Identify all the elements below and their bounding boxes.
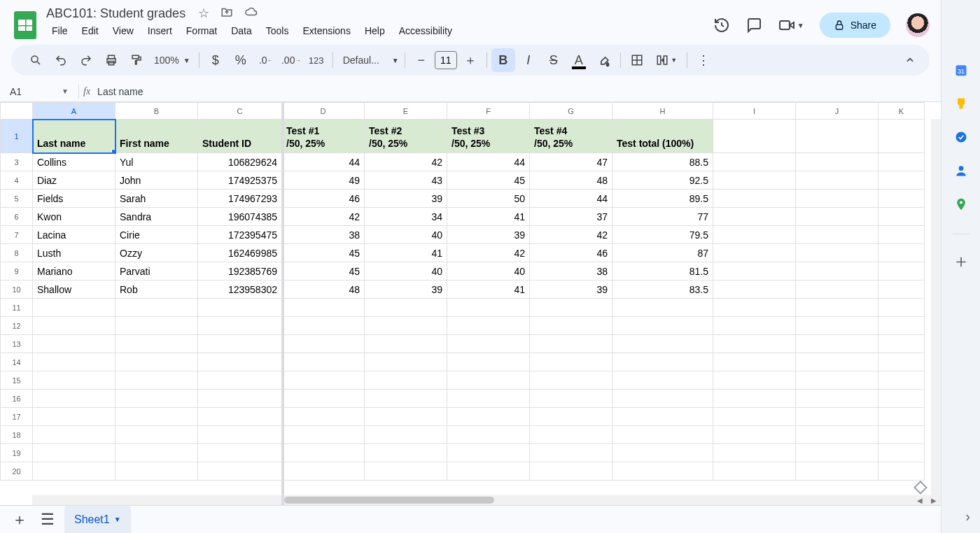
paint-format-icon[interactable] (125, 48, 148, 72)
cell[interactable]: 123958302 (198, 280, 282, 299)
cell[interactable]: 40 (447, 262, 530, 280)
cell[interactable] (796, 444, 878, 462)
cell[interactable] (115, 408, 198, 426)
cell[interactable]: First name (115, 120, 198, 153)
borders-button[interactable] (625, 48, 649, 72)
cell[interactable]: 37 (530, 208, 612, 226)
cell[interactable]: Ozzy (115, 244, 198, 262)
cell[interactable] (115, 335, 198, 353)
cell[interactable]: 162469985 (198, 244, 282, 262)
explore-button[interactable] (913, 481, 927, 495)
sheet-tab[interactable]: Sheet1▼ (64, 506, 131, 533)
cell[interactable] (198, 371, 282, 390)
menu-file[interactable]: File (46, 22, 74, 39)
cell[interactable]: 40 (365, 226, 447, 244)
cell[interactable] (796, 208, 878, 226)
cell[interactable] (878, 390, 925, 408)
column-header[interactable]: D (282, 103, 365, 120)
cell[interactable]: 42 (282, 208, 365, 226)
cell[interactable]: 196074385 (198, 208, 282, 226)
increase-font-icon[interactable]: ＋ (458, 48, 482, 72)
cell[interactable] (198, 390, 282, 408)
select-all-corner[interactable] (1, 103, 33, 120)
italic-button[interactable]: I (517, 48, 540, 72)
decrease-font-icon[interactable]: − (410, 48, 433, 72)
cell[interactable]: Student ID (198, 120, 282, 153)
cell[interactable] (282, 390, 365, 408)
cell[interactable] (713, 371, 796, 390)
move-icon[interactable] (220, 6, 233, 21)
cell[interactable] (33, 335, 115, 353)
cell[interactable] (612, 317, 713, 335)
cell[interactable]: 45 (447, 171, 530, 190)
cell[interactable] (282, 317, 365, 335)
cell[interactable] (530, 299, 612, 317)
cell[interactable] (282, 444, 365, 462)
cell[interactable] (878, 408, 925, 426)
hide-side-panel-icon[interactable]: › (965, 509, 970, 525)
search-menus-icon[interactable] (24, 48, 48, 72)
calendar-icon[interactable]: 31 (954, 63, 968, 77)
cell[interactable] (878, 244, 925, 262)
strikethrough-button[interactable]: S (542, 48, 566, 72)
cell[interactable] (282, 408, 365, 426)
cell[interactable] (115, 353, 198, 371)
column-header[interactable]: A (33, 103, 115, 120)
cell[interactable] (447, 390, 530, 408)
cell[interactable]: Last name (33, 120, 115, 153)
cell[interactable]: Yul (115, 153, 198, 171)
cell[interactable]: Kwon (33, 208, 115, 226)
cell[interactable] (713, 462, 796, 481)
cell[interactable]: Cirie (115, 226, 198, 244)
cell[interactable] (713, 408, 796, 426)
cell[interactable]: 49 (282, 171, 365, 190)
menu-accessibility[interactable]: Accessibility (393, 22, 458, 39)
cell[interactable] (796, 462, 878, 481)
cell[interactable] (365, 299, 447, 317)
undo-icon[interactable] (49, 48, 73, 72)
row-header[interactable]: 19 (1, 444, 33, 462)
cell[interactable] (612, 353, 713, 371)
column-header[interactable]: H (612, 103, 713, 120)
cell[interactable] (796, 426, 878, 444)
cell[interactable] (282, 353, 365, 371)
contacts-icon[interactable] (954, 164, 968, 178)
cell[interactable]: 42 (447, 244, 530, 262)
all-sheets-button[interactable]: ☰ (36, 509, 59, 531)
cell[interactable]: Lacina (33, 226, 115, 244)
share-button[interactable]: Share (820, 13, 890, 38)
cell[interactable] (365, 353, 447, 371)
cloud-status-icon[interactable] (244, 6, 258, 21)
row-header[interactable]: 5 (1, 190, 33, 208)
cell[interactable] (365, 390, 447, 408)
cell[interactable]: 172395475 (198, 226, 282, 244)
cell[interactable] (796, 190, 878, 208)
menu-help[interactable]: Help (359, 22, 391, 39)
cell[interactable]: 88.5 (612, 153, 713, 171)
cell[interactable] (115, 317, 198, 335)
cell[interactable] (612, 335, 713, 353)
cell[interactable] (530, 353, 612, 371)
cell[interactable] (713, 390, 796, 408)
cell[interactable]: 44 (530, 190, 612, 208)
cell[interactable]: 48 (530, 171, 612, 190)
row-header[interactable]: 9 (1, 262, 33, 280)
cell[interactable]: 42 (530, 226, 612, 244)
cell[interactable]: Sandra (115, 208, 198, 226)
cell[interactable] (447, 335, 530, 353)
cell[interactable] (447, 317, 530, 335)
account-avatar[interactable] (906, 13, 930, 37)
cell[interactable]: Test total (100%) (612, 120, 713, 153)
cell[interactable]: Test #4/50, 25% (530, 120, 612, 153)
cell[interactable] (115, 444, 198, 462)
cell[interactable] (713, 153, 796, 171)
cell[interactable]: Collins (33, 153, 115, 171)
column-header[interactable]: J (796, 103, 878, 120)
cell[interactable]: 38 (282, 226, 365, 244)
column-header[interactable]: E (365, 103, 447, 120)
cell[interactable] (796, 335, 878, 353)
font-family-select[interactable]: Defaul...▼ (337, 55, 400, 66)
column-header[interactable]: C (198, 103, 282, 120)
column-header[interactable]: K (878, 103, 925, 120)
cell[interactable] (530, 390, 612, 408)
